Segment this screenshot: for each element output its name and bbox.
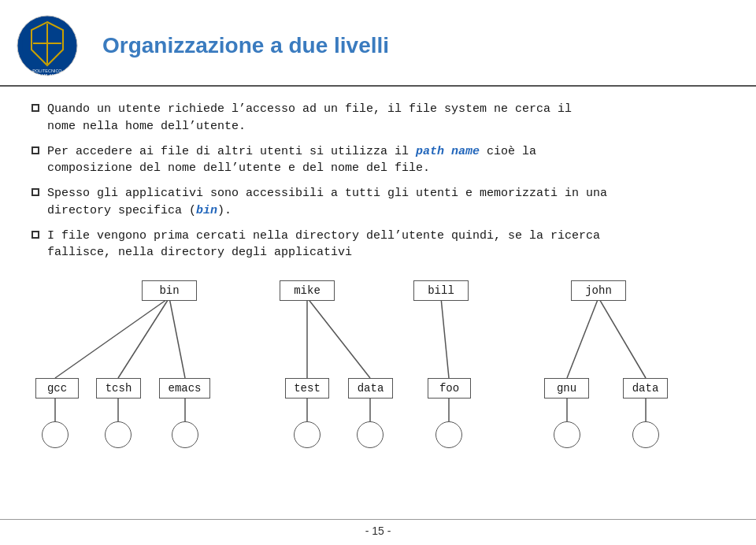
highlight-pathname: path name xyxy=(416,145,480,158)
node-data-2: data xyxy=(623,378,668,399)
node-john: john xyxy=(571,280,626,301)
node-mike: mike xyxy=(280,280,335,301)
svg-line-12 xyxy=(441,298,449,378)
bullet-item-1: Quando un utente richiede l’accesso ad u… xyxy=(32,101,724,135)
bullet-icon-2 xyxy=(32,146,39,154)
svg-line-7 xyxy=(55,298,169,378)
bullet-icon-4 xyxy=(32,231,39,239)
bullet-icon-3 xyxy=(32,188,39,196)
header: POLITECNICO DI MILANO Organizzazione a d… xyxy=(0,0,756,87)
circle-foo xyxy=(435,421,462,448)
circle-gnu xyxy=(554,421,580,448)
node-bin: bin xyxy=(142,280,197,301)
footer: - 15 - xyxy=(0,519,756,537)
svg-line-13 xyxy=(567,298,598,378)
svg-line-11 xyxy=(307,298,370,378)
bullet-item-4: I file vengono prima cercati nella direc… xyxy=(32,228,724,262)
node-emacs: emacs xyxy=(159,378,210,399)
bullet-text-1: Quando un utente richiede l’accesso ad u… xyxy=(47,101,572,135)
node-gcc: gcc xyxy=(35,378,79,399)
bullet-text-3: Spesso gli applicativi sono accessibili … xyxy=(47,185,607,220)
svg-line-14 xyxy=(598,298,646,378)
page-title: Organizzazione a due livelli xyxy=(102,33,389,58)
logo: POLITECNICO DI MILANO xyxy=(16,14,79,77)
highlight-bin: bin xyxy=(196,204,217,217)
node-test: test xyxy=(285,378,329,399)
content-area: Quando un utente richiede l’accesso ad u… xyxy=(0,87,756,457)
node-gnu: gnu xyxy=(544,378,589,399)
circle-data-2 xyxy=(632,421,659,448)
bullet-item-3: Spesso gli applicativi sono accessibili … xyxy=(32,185,724,220)
node-foo: foo xyxy=(428,378,471,399)
circle-gcc xyxy=(42,421,69,448)
bullet-text-4: I file vengono prima cercati nella direc… xyxy=(47,228,600,262)
svg-line-8 xyxy=(118,298,169,378)
bullet-text-2: Per accedere ai file di altri utenti si … xyxy=(47,143,536,178)
svg-text:DI MILANO: DI MILANO xyxy=(36,73,59,77)
node-data-1: data xyxy=(348,378,393,399)
page-number: - 15 - xyxy=(365,525,391,537)
bullet-list: Quando un utente richiede l’accesso ad u… xyxy=(32,101,724,261)
bullet-icon-1 xyxy=(32,104,39,112)
svg-line-9 xyxy=(169,298,185,378)
node-bill: bill xyxy=(413,280,469,301)
circle-test xyxy=(294,421,321,448)
tree-diagram: bin mike bill john gcc tcsh emacs test d… xyxy=(32,276,724,457)
circle-data-1 xyxy=(357,421,384,448)
node-tcsh: tcsh xyxy=(96,378,141,399)
bullet-item-2: Per accedere ai file di altri utenti si … xyxy=(32,143,724,178)
circle-tcsh xyxy=(105,421,132,448)
circle-emacs xyxy=(172,421,198,448)
